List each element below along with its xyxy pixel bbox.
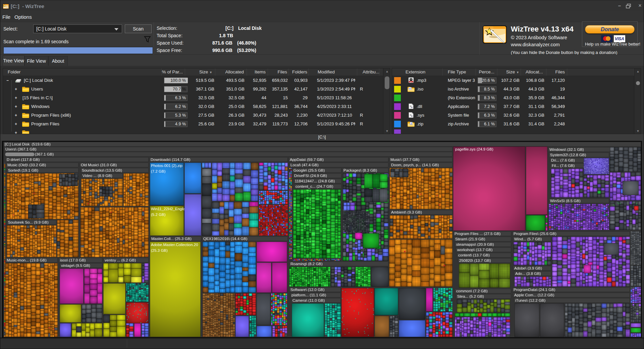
svg-text:iso: iso <box>409 88 412 90</box>
svg-text:Z: Z <box>411 122 412 125</box>
svg-text:VISA: VISA <box>615 37 624 41</box>
svg-text:MP3: MP3 <box>410 81 413 83</box>
